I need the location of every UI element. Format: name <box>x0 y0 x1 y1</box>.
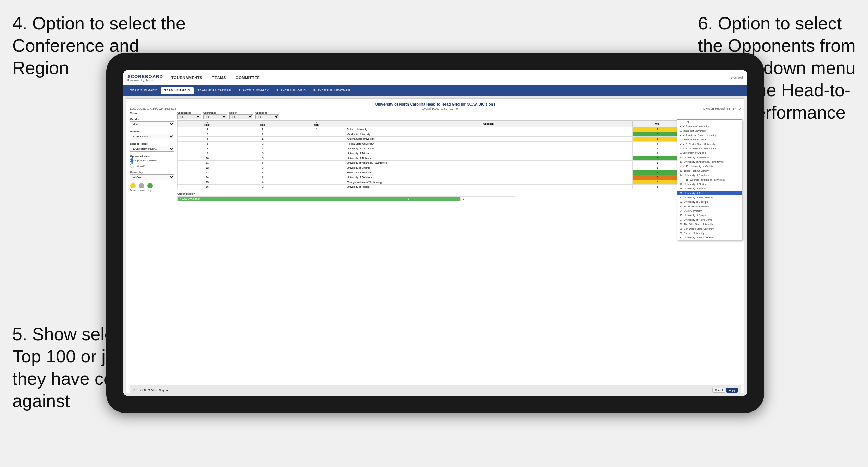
cell-reg: 2 <box>237 132 288 137</box>
sub-nav-team-summary[interactable]: TEAM SUMMARY <box>127 87 160 94</box>
col-reg: #Reg <box>237 121 288 127</box>
sub-nav-team-h2h-heatmap[interactable]: TEAM H2H HEATMAP <box>194 87 234 94</box>
nav-sign-out[interactable]: Sign out <box>730 76 743 79</box>
table-row: 4 1 Arizona State University 5 1 <box>178 137 741 142</box>
dropdown-item[interactable]: 14. University of Oklahoma <box>677 173 742 177</box>
redo-icon[interactable]: ↪ <box>136 389 139 392</box>
dropdown-item[interactable]: 18. University of Illinois <box>677 186 742 191</box>
out-of-division-win: 1 <box>406 197 460 201</box>
cell-reg: 2 <box>237 146 288 151</box>
dropdown-item[interactable]: 28. The Ohio State University <box>677 222 742 226</box>
sub-nav: TEAM SUMMARY TEAM H2H GRID TEAM H2H HEAT… <box>123 85 747 96</box>
opponent-dropdown[interactable]: ✓ (All)✓ 2. Auburn University 3. Vanderb… <box>677 119 742 240</box>
dropdown-item[interactable]: ✓ 4. Arizona State University <box>677 133 742 137</box>
col-win: Win <box>632 121 682 127</box>
dropdown-item[interactable]: 10. University of Alabama <box>677 155 742 160</box>
dropdown-item[interactable]: 9. University of Arizona <box>677 151 742 155</box>
apply-button[interactable]: Apply <box>726 388 738 393</box>
radio-opponents-played[interactable]: Opponents Played <box>130 158 174 163</box>
school-label: School (Rank) <box>130 142 174 145</box>
conference-filter-select[interactable]: (All) <box>203 114 227 119</box>
sidebar-school-section: School (Rank) 1. University of Nort... <box>130 142 174 152</box>
bottom-toolbar: ↩ ↪ ◁ ⚙ ⏱ View: Original Cancel Apply <box>130 385 741 393</box>
radio-top-100[interactable]: Top 100 <box>130 163 174 168</box>
out-of-division-table: NCAA Division II 1 0 <box>177 196 515 201</box>
table-row: 15 4 Georgia Institute of Technology 5 1 <box>178 180 741 185</box>
sub-nav-player-h2h-grid[interactable]: PLAYER H2H GRID <box>273 87 309 94</box>
dropdown-item[interactable]: 3. Vanderbilt University <box>677 128 742 133</box>
dropdown-item[interactable]: 20. University of Texas <box>677 191 742 195</box>
dropdown-item[interactable]: ✓ 12. University of Virginia <box>677 164 742 169</box>
settings-icon[interactable]: ⚙ <box>144 389 146 392</box>
dropdown-item[interactable]: 13. Texas Tech University <box>677 169 742 173</box>
app-logo: SCOREBOARD Powered by Scout <box>127 74 163 82</box>
cell-rank: 12 <box>178 165 237 170</box>
sub-nav-player-h2h-heatmap[interactable]: PLAYER H2H HEATMAP <box>310 87 354 94</box>
opponents-filter-label: Opponents: <box>177 112 201 114</box>
table-area: Opponents: (All) Conference (All) <box>177 112 741 385</box>
opponent-filter-select[interactable]: (All) <box>255 114 279 119</box>
dropdown-item[interactable]: 23. Texas A&M University <box>677 204 742 209</box>
cell-reg: 1 <box>237 170 288 175</box>
dropdown-item[interactable]: 11. University of Arkansas, Fayetteville <box>677 160 742 164</box>
last-updated: Last Updated: 4/16/2024 16:55:38 <box>130 107 176 110</box>
sidebar: Team Gender Men's Division NCAA Division… <box>130 112 174 385</box>
cancel-button[interactable]: Cancel <box>712 388 725 393</box>
dropdown-item[interactable]: 25. University of Oregon <box>677 213 742 218</box>
nav-committee[interactable]: COMMITTEE <box>234 75 261 81</box>
sidebar-colour-section: Colour by Win/loss <box>130 171 174 180</box>
dropdown-item[interactable]: 31. University of North Florida <box>677 235 742 240</box>
gender-select[interactable]: Men's <box>130 121 174 127</box>
cell-rank: 4 <box>178 137 237 142</box>
opponents-filter-select[interactable]: (All) <box>177 114 201 119</box>
dropdown-item[interactable]: 24. Duke University <box>677 209 742 213</box>
cell-win: 3 <box>632 170 682 175</box>
dropdown-item[interactable]: ✓ 2. Auburn University <box>677 124 742 128</box>
dropdown-item[interactable]: 30. Purdue University <box>677 231 742 235</box>
cell-opponent: Georgia Institute of Technology <box>345 180 633 185</box>
dropdown-item[interactable]: ✓ 15. Georgia Institute of Technology <box>677 177 742 182</box>
dropdown-item[interactable]: 5. University of Arizona <box>677 137 742 142</box>
legend-up-label: Up <box>148 189 151 192</box>
legend-down-dot <box>130 183 136 188</box>
school-select[interactable]: 1. University of Nort... <box>130 146 174 152</box>
clock-icon[interactable]: ⏱ <box>147 389 150 392</box>
undo-icon[interactable]: ↩ <box>133 389 135 392</box>
colour-by-select[interactable]: Win/loss <box>130 174 174 180</box>
panel-header: University of North Carolina Head-to-Hea… <box>130 102 741 110</box>
dropdown-item[interactable]: 29. San Diego State University <box>677 226 742 231</box>
dropdown-item[interactable]: 27. University of Notre Dame <box>677 218 742 222</box>
cell-win: 3 <box>632 156 682 161</box>
cell-reg: 2 <box>237 185 288 189</box>
region-filter-select[interactable]: (All) <box>229 114 253 119</box>
dropdown-item[interactable]: ✓ 6. Florida State University <box>677 142 742 146</box>
legend-level-dot <box>139 183 144 188</box>
cell-opponent: Texas Tech University <box>345 170 633 175</box>
cell-conf <box>288 180 345 185</box>
dropdown-item[interactable]: 22. University of Georgia <box>677 200 742 204</box>
cell-conf <box>288 165 345 170</box>
legend-up-dot <box>147 183 153 188</box>
cell-win: 1 <box>632 165 682 170</box>
sidebar-team-section: Team <box>130 112 174 115</box>
division-select[interactable]: NCAA Division I <box>130 134 174 139</box>
cell-opponent: University of Alabama <box>345 156 633 161</box>
overall-record: Overall Record: 89 - 17 - 0 <box>421 107 458 110</box>
dropdown-item[interactable]: 21. University of New Mexico <box>677 195 742 200</box>
dropdown-item[interactable]: 16. University of Florida <box>677 182 742 186</box>
legend-level-label: Level <box>139 189 145 192</box>
dropdown-item[interactable]: ✓ 8. University of Washington <box>677 146 742 151</box>
cell-win: 0 <box>632 132 682 137</box>
col-opponent: Opponent <box>345 121 633 127</box>
cell-reg: 1 <box>237 137 288 142</box>
dropdown-item[interactable]: ✓ (All) <box>677 120 742 124</box>
cell-rank: 14 <box>178 175 237 180</box>
sub-nav-team-h2h-grid[interactable]: TEAM H2H GRID <box>161 87 194 94</box>
cell-win: 5 <box>632 185 682 189</box>
sub-nav-player-summary[interactable]: PLAYER SUMMARY <box>235 87 272 94</box>
nav-teams[interactable]: TEAMS <box>211 75 228 81</box>
back-icon[interactable]: ◁ <box>140 389 142 392</box>
nav-tournaments[interactable]: TOURNAMENTS <box>170 75 204 81</box>
cell-opponent: University of Florida <box>345 185 633 189</box>
cell-conf <box>288 132 345 137</box>
